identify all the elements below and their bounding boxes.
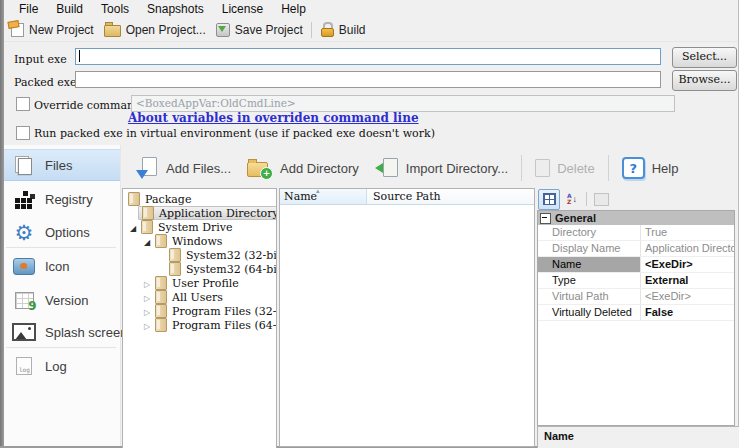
tree-item-label: All Users [172,291,223,304]
menu-snapshots[interactable]: Snapshots [138,1,213,17]
property-row-directory[interactable]: Directory True [538,225,734,241]
menu-file[interactable]: File [10,1,47,17]
expander-collapsed-icon[interactable] [144,319,155,332]
sidebar-item-label: Splash screen [45,325,127,340]
expander-expanded-icon[interactable] [144,235,155,248]
text-caret [79,50,80,62]
new-project-label: New Project [29,23,94,37]
categorized-view-button[interactable] [538,189,560,210]
save-project-label: Save Project [235,23,303,37]
override-command-line-label: Override command line [34,99,131,112]
property-row-display-name[interactable]: Display Name Application Directory [538,241,734,257]
tree-item-program-files-64bit[interactable]: Program Files (64-bit) [123,318,276,332]
import-directory-button[interactable]: Import Directory... [367,153,516,183]
sidebar-item-log[interactable]: Log [4,351,120,381]
property-row-name[interactable]: Name <ExeDir> [538,257,734,273]
category-row-general[interactable]: General [538,211,734,225]
delete-icon [535,159,550,177]
tree-item-system32-32bit[interactable]: System32 (32-bit) [123,248,276,262]
sidebar-item-label: Options [45,225,90,240]
property-panel: General Directory True Display Name Appl… [537,188,735,448]
help-button[interactable]: Help [614,153,687,183]
tree-item-program-files-32bit[interactable]: Program Files (32-bit) [123,304,276,318]
folder-icon [169,248,181,262]
property-value[interactable]: External [641,273,734,288]
sidebar-item-registry[interactable]: Registry [4,184,120,214]
tree-item-label: Package [145,193,191,206]
property-value[interactable]: False [641,305,734,320]
add-files-icon [135,157,159,179]
column-header-name[interactable]: Name [280,189,367,204]
collapse-minus-icon[interactable] [540,213,551,224]
input-exe-field[interactable] [75,48,661,65]
add-directory-button[interactable]: Add Directory [239,153,367,183]
category-label: General [555,212,596,224]
toolbar-separator [311,22,312,38]
property-value[interactable]: <ExeDir> [641,257,734,272]
property-name: Name [538,257,641,272]
tree-item-label: Program Files (32-bit) [172,305,277,318]
property-row-type[interactable]: Type External [538,273,734,289]
run-virtual-environment-label: Run packed exe in virtual environment (u… [34,127,435,140]
sidebar-item-icon[interactable]: Icon [4,251,120,281]
open-folder-icon [104,25,121,37]
sidebar-item-label: Version [45,293,88,308]
sidebar: Files Registry Options Icon Version Spla… [4,145,121,446]
tree-item-system-drive[interactable]: System Drive [123,220,276,234]
menu-tools[interactable]: Tools [92,1,138,17]
sidebar-item-splash-screen[interactable]: Splash screen [4,317,120,347]
packed-exe-label: Packed exe [14,76,77,89]
add-directory-icon [247,157,273,179]
lock-icon [320,22,334,37]
tree-item-system32-64bit[interactable]: System32 (64-bit) [123,262,276,276]
select-button[interactable]: Select... [672,47,737,68]
toolbar-separator [521,155,522,181]
property-value: True [641,225,734,240]
file-list-header: Name Source Path [280,189,534,205]
tree-item-all-users[interactable]: All Users [123,290,276,304]
column-header-source-path[interactable]: Source Path [367,189,534,204]
run-virtual-environment-checkbox[interactable] [16,126,30,140]
override-command-line-checkbox[interactable] [16,97,30,111]
expander-expanded-icon[interactable] [130,221,141,234]
folder-icon [155,304,167,318]
sidebar-item-options[interactable]: Options [4,217,120,247]
menu-build[interactable]: Build [47,1,92,17]
menu-license[interactable]: License [213,1,272,17]
import-directory-icon [375,157,399,179]
build-button[interactable]: Build [315,21,371,38]
categorized-icon [543,193,556,205]
expander-collapsed-icon[interactable] [144,305,155,318]
packed-exe-field[interactable] [75,71,661,88]
property-grid: General Directory True Display Name Appl… [537,210,735,426]
sidebar-item-files[interactable]: Files [4,149,120,181]
property-row-virtual-path[interactable]: Virtual Path <ExeDir> [538,289,734,305]
alphabetical-sort-button[interactable] [562,190,582,209]
files-icon [11,152,37,178]
tree-item-application-directory[interactable]: Application Directory [123,206,276,220]
new-project-button[interactable]: New Project [6,22,99,38]
main-toolbar: New Project Open Project... Save Project… [4,18,738,42]
add-directory-label: Add Directory [280,161,359,176]
folder-icon [155,234,167,248]
browse-button[interactable]: Browse... [672,70,737,91]
sidebar-item-version[interactable]: Version [4,285,120,315]
about-variables-link[interactable]: About variables in overriden command lin… [128,111,419,125]
tree-item-package[interactable]: Package [123,192,276,206]
property-toolbar [537,188,735,210]
override-command-line-field[interactable]: <BoxedAppVar:OldCmdLine> [131,95,675,112]
add-files-button[interactable]: Add Files... [127,153,239,183]
tree-item-user-profile[interactable]: User Profile [123,276,276,290]
tree-item-windows[interactable]: Windows [123,234,276,248]
save-project-button[interactable]: Save Project [211,22,308,38]
property-name: Virtually Deleted [538,305,641,320]
folder-icon [128,192,140,206]
sidebar-separator [6,347,116,348]
property-row-virtually-deleted[interactable]: Virtually Deleted False [538,305,734,321]
folder-icon [155,276,167,290]
menu-help[interactable]: Help [272,1,315,17]
expander-collapsed-icon[interactable] [144,291,155,304]
sidebar-item-label: Log [45,359,67,374]
expander-collapsed-icon[interactable] [144,277,155,290]
open-project-button[interactable]: Open Project... [99,21,211,38]
